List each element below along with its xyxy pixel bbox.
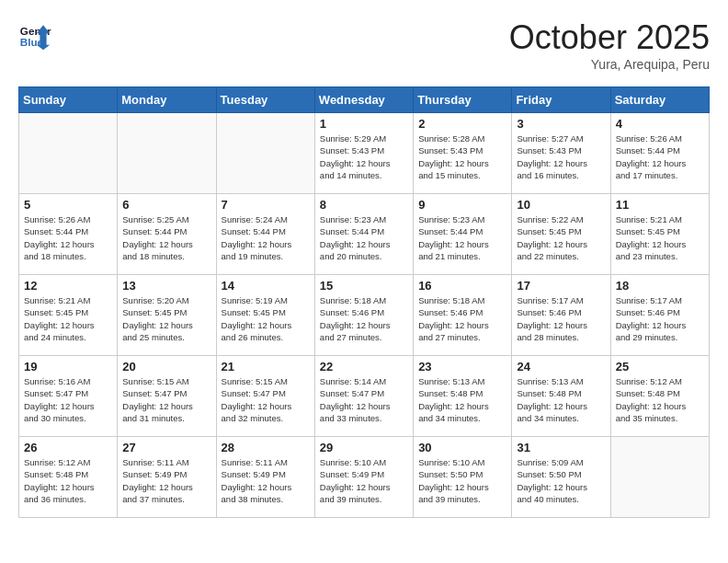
calendar-cell: 9Sunrise: 5:23 AM Sunset: 5:44 PM Daylig… bbox=[414, 194, 512, 275]
day-header-thursday: Thursday bbox=[414, 87, 512, 113]
day-info: Sunrise: 5:20 AM Sunset: 5:45 PM Dayligh… bbox=[122, 294, 210, 343]
day-info: Sunrise: 5:21 AM Sunset: 5:45 PM Dayligh… bbox=[616, 213, 704, 262]
day-number: 24 bbox=[517, 360, 605, 373]
calendar-cell: 30Sunrise: 5:10 AM Sunset: 5:50 PM Dayli… bbox=[414, 437, 512, 518]
day-info: Sunrise: 5:23 AM Sunset: 5:44 PM Dayligh… bbox=[320, 213, 408, 262]
day-info: Sunrise: 5:10 AM Sunset: 5:49 PM Dayligh… bbox=[320, 456, 408, 505]
calendar-table: SundayMondayTuesdayWednesdayThursdayFrid… bbox=[18, 86, 710, 518]
day-number: 11 bbox=[616, 198, 704, 212]
calendar-cell: 19Sunrise: 5:16 AM Sunset: 5:47 PM Dayli… bbox=[19, 356, 118, 437]
day-info: Sunrise: 5:18 AM Sunset: 5:46 PM Dayligh… bbox=[320, 294, 408, 343]
day-number: 30 bbox=[418, 441, 506, 454]
day-number: 9 bbox=[418, 198, 506, 212]
calendar-cell bbox=[216, 113, 314, 194]
calendar-cell: 21Sunrise: 5:15 AM Sunset: 5:47 PM Dayli… bbox=[216, 356, 314, 437]
logo-icon: General Blue bbox=[18, 18, 51, 52]
calendar-cell: 14Sunrise: 5:19 AM Sunset: 5:45 PM Dayli… bbox=[216, 275, 314, 356]
title-block: October 2025 Yura, Arequipa, Peru bbox=[509, 18, 710, 72]
calendar-cell: 11Sunrise: 5:21 AM Sunset: 5:45 PM Dayli… bbox=[610, 194, 709, 275]
calendar-cell: 29Sunrise: 5:10 AM Sunset: 5:49 PM Dayli… bbox=[314, 437, 413, 518]
day-number: 16 bbox=[418, 279, 506, 293]
calendar-cell: 25Sunrise: 5:12 AM Sunset: 5:48 PM Dayli… bbox=[610, 356, 709, 437]
calendar-cell: 27Sunrise: 5:11 AM Sunset: 5:49 PM Dayli… bbox=[118, 437, 216, 518]
day-info: Sunrise: 5:17 AM Sunset: 5:46 PM Dayligh… bbox=[517, 294, 605, 343]
day-info: Sunrise: 5:10 AM Sunset: 5:50 PM Dayligh… bbox=[418, 456, 506, 505]
day-info: Sunrise: 5:23 AM Sunset: 5:44 PM Dayligh… bbox=[418, 213, 506, 262]
day-info: Sunrise: 5:14 AM Sunset: 5:47 PM Dayligh… bbox=[320, 375, 408, 424]
calendar-cell: 16Sunrise: 5:18 AM Sunset: 5:46 PM Dayli… bbox=[414, 275, 512, 356]
day-number: 26 bbox=[24, 441, 112, 454]
day-number: 27 bbox=[122, 441, 210, 454]
day-number: 23 bbox=[418, 360, 506, 373]
day-info: Sunrise: 5:11 AM Sunset: 5:49 PM Dayligh… bbox=[222, 456, 310, 505]
calendar-cell: 10Sunrise: 5:22 AM Sunset: 5:45 PM Dayli… bbox=[512, 194, 610, 275]
calendar-cell bbox=[118, 113, 216, 194]
day-info: Sunrise: 5:26 AM Sunset: 5:44 PM Dayligh… bbox=[24, 213, 112, 262]
day-number: 29 bbox=[320, 441, 408, 454]
day-info: Sunrise: 5:12 AM Sunset: 5:48 PM Dayligh… bbox=[616, 375, 704, 424]
calendar-week-3: 12Sunrise: 5:21 AM Sunset: 5:45 PM Dayli… bbox=[19, 275, 710, 356]
day-header-sunday: Sunday bbox=[19, 87, 118, 113]
day-info: Sunrise: 5:16 AM Sunset: 5:47 PM Dayligh… bbox=[24, 375, 112, 424]
calendar-week-2: 5Sunrise: 5:26 AM Sunset: 5:44 PM Daylig… bbox=[19, 194, 710, 275]
day-info: Sunrise: 5:29 AM Sunset: 5:43 PM Dayligh… bbox=[320, 132, 408, 181]
calendar-cell: 12Sunrise: 5:21 AM Sunset: 5:45 PM Dayli… bbox=[19, 275, 118, 356]
day-info: Sunrise: 5:19 AM Sunset: 5:45 PM Dayligh… bbox=[222, 294, 310, 343]
day-number: 22 bbox=[320, 360, 408, 373]
day-info: Sunrise: 5:22 AM Sunset: 5:45 PM Dayligh… bbox=[517, 213, 605, 262]
calendar-cell bbox=[610, 437, 709, 518]
calendar-cell: 8Sunrise: 5:23 AM Sunset: 5:44 PM Daylig… bbox=[314, 194, 413, 275]
day-number: 21 bbox=[222, 360, 310, 373]
calendar-cell: 23Sunrise: 5:13 AM Sunset: 5:48 PM Dayli… bbox=[414, 356, 512, 437]
day-info: Sunrise: 5:21 AM Sunset: 5:45 PM Dayligh… bbox=[24, 294, 112, 343]
day-number: 1 bbox=[320, 117, 408, 131]
day-header-friday: Friday bbox=[512, 87, 610, 113]
page-header: General Blue October 2025 Yura, Arequipa… bbox=[18, 18, 710, 72]
calendar-cell: 3Sunrise: 5:27 AM Sunset: 5:43 PM Daylig… bbox=[512, 113, 610, 194]
calendar-body: 1Sunrise: 5:29 AM Sunset: 5:43 PM Daylig… bbox=[19, 113, 710, 518]
day-number: 10 bbox=[517, 198, 605, 212]
day-info: Sunrise: 5:24 AM Sunset: 5:44 PM Dayligh… bbox=[222, 213, 310, 262]
calendar-cell: 17Sunrise: 5:17 AM Sunset: 5:46 PM Dayli… bbox=[512, 275, 610, 356]
calendar-cell: 15Sunrise: 5:18 AM Sunset: 5:46 PM Dayli… bbox=[314, 275, 413, 356]
day-info: Sunrise: 5:27 AM Sunset: 5:43 PM Dayligh… bbox=[517, 132, 605, 181]
calendar-cell: 20Sunrise: 5:15 AM Sunset: 5:47 PM Dayli… bbox=[118, 356, 216, 437]
day-info: Sunrise: 5:13 AM Sunset: 5:48 PM Dayligh… bbox=[418, 375, 506, 424]
day-number: 12 bbox=[24, 279, 112, 293]
day-header-tuesday: Tuesday bbox=[216, 87, 314, 113]
day-info: Sunrise: 5:09 AM Sunset: 5:50 PM Dayligh… bbox=[517, 456, 605, 505]
day-number: 2 bbox=[418, 117, 506, 131]
calendar-week-4: 19Sunrise: 5:16 AM Sunset: 5:47 PM Dayli… bbox=[19, 356, 710, 437]
day-info: Sunrise: 5:17 AM Sunset: 5:46 PM Dayligh… bbox=[616, 294, 704, 343]
location: Yura, Arequipa, Peru bbox=[509, 57, 710, 72]
calendar-cell: 2Sunrise: 5:28 AM Sunset: 5:43 PM Daylig… bbox=[414, 113, 512, 194]
day-number: 4 bbox=[616, 117, 704, 131]
day-number: 7 bbox=[222, 198, 310, 212]
calendar-cell: 18Sunrise: 5:17 AM Sunset: 5:46 PM Dayli… bbox=[610, 275, 709, 356]
day-number: 18 bbox=[616, 279, 704, 293]
day-info: Sunrise: 5:11 AM Sunset: 5:49 PM Dayligh… bbox=[122, 456, 210, 505]
day-info: Sunrise: 5:18 AM Sunset: 5:46 PM Dayligh… bbox=[418, 294, 506, 343]
day-number: 15 bbox=[320, 279, 408, 293]
day-number: 5 bbox=[24, 198, 112, 212]
day-number: 13 bbox=[122, 279, 210, 293]
day-number: 17 bbox=[517, 279, 605, 293]
calendar-cell: 22Sunrise: 5:14 AM Sunset: 5:47 PM Dayli… bbox=[314, 356, 413, 437]
day-info: Sunrise: 5:13 AM Sunset: 5:48 PM Dayligh… bbox=[517, 375, 605, 424]
day-info: Sunrise: 5:26 AM Sunset: 5:44 PM Dayligh… bbox=[616, 132, 704, 181]
calendar-cell: 5Sunrise: 5:26 AM Sunset: 5:44 PM Daylig… bbox=[19, 194, 118, 275]
day-header-monday: Monday bbox=[118, 87, 216, 113]
day-info: Sunrise: 5:25 AM Sunset: 5:44 PM Dayligh… bbox=[122, 213, 210, 262]
day-info: Sunrise: 5:28 AM Sunset: 5:43 PM Dayligh… bbox=[418, 132, 506, 181]
day-number: 6 bbox=[122, 198, 210, 212]
day-header-wednesday: Wednesday bbox=[314, 87, 413, 113]
day-info: Sunrise: 5:15 AM Sunset: 5:47 PM Dayligh… bbox=[122, 375, 210, 424]
day-number: 28 bbox=[222, 441, 310, 454]
day-info: Sunrise: 5:12 AM Sunset: 5:48 PM Dayligh… bbox=[24, 456, 112, 505]
calendar-cell: 4Sunrise: 5:26 AM Sunset: 5:44 PM Daylig… bbox=[610, 113, 709, 194]
calendar-cell: 28Sunrise: 5:11 AM Sunset: 5:49 PM Dayli… bbox=[216, 437, 314, 518]
calendar-cell: 26Sunrise: 5:12 AM Sunset: 5:48 PM Dayli… bbox=[19, 437, 118, 518]
calendar-cell: 7Sunrise: 5:24 AM Sunset: 5:44 PM Daylig… bbox=[216, 194, 314, 275]
day-number: 19 bbox=[24, 360, 112, 373]
month-title: October 2025 bbox=[509, 18, 710, 57]
